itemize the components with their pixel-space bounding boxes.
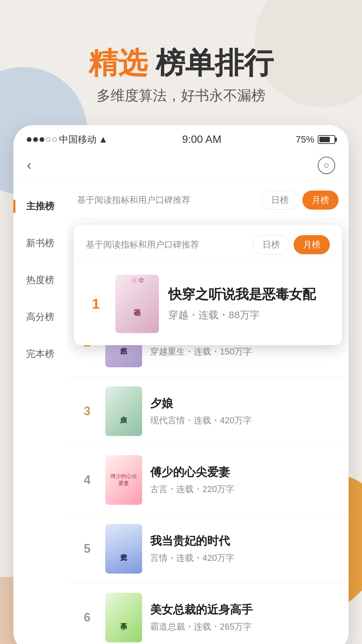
rank-number-6: 6 xyxy=(77,610,97,625)
book-cover-6: 高手 xyxy=(105,593,142,642)
book-meta-4: 古言・连载・220万字 xyxy=(150,483,339,495)
book-info-6: 美女总裁的近身高手 霸道总裁・连载・265万字 xyxy=(150,602,339,633)
book-cover-3: 夕娘 xyxy=(105,386,142,436)
sidebar-item-label: 高分榜 xyxy=(26,312,54,322)
book-meta-3: 现代言情・连载・420万字 xyxy=(150,415,339,426)
rank-number-4: 4 xyxy=(77,473,97,487)
filter-bar: 基于阅读指标和用户口碑推荐 日榜 月榜 xyxy=(67,181,349,219)
book-meta-2: 穿越重生・连载・150万字 xyxy=(150,346,339,358)
sidebar-item-label: 新书榜 xyxy=(26,238,54,248)
phone-card: 中国移动 ▲ 9:00 AM 75% ‹ ○ 主推榜 新书榜 热度榜 xyxy=(13,125,349,644)
book-title-5: 我当贵妃的时代 xyxy=(150,533,339,548)
book-title-6: 美女总裁的近身高手 xyxy=(150,602,339,617)
book-cover-5: 贵妃 xyxy=(105,524,142,574)
floating-rank-item-1[interactable]: 1 🌸✿ 花语 快穿之听说我是恶毒女配 穿越・连载・88万字 xyxy=(74,263,342,345)
book-meta-5: 言情・连载・420万字 xyxy=(150,552,339,564)
header-section: 精选 榜单排行 多维度算法，好书永不漏榜 xyxy=(0,0,362,125)
floating-book-title-1: 快穿之听说我是恶毒女配 xyxy=(168,285,330,303)
main-content: 基于阅读指标和用户口碑推荐 日榜 月榜 1 🌸 花 xyxy=(67,181,349,644)
book-list: 1 🌸 花 快穿之听说我是恶毒女配 穿越・连载・88万字 xyxy=(67,220,349,644)
floating-day-btn[interactable]: 日榜 xyxy=(253,235,290,254)
book-info-4: 傅少的心尖爱妻 古言・连载・220万字 xyxy=(150,465,339,495)
rank-number-5: 5 xyxy=(77,542,97,556)
rank-item-3[interactable]: 3 夕娘 夕娘 现代言情・连载・420万字 xyxy=(67,377,349,446)
book-title-4: 傅少的心尖爱妻 xyxy=(150,465,339,479)
floating-rank-number-1: 1 xyxy=(86,296,106,312)
sidebar-item-label: 主推榜 xyxy=(26,201,54,211)
floating-book-cover-1: 🌸✿ 花语 xyxy=(115,275,159,333)
sidebar: 主推榜 新书榜 热度榜 高分榜 完本榜 xyxy=(13,181,67,644)
sidebar-item-main-rank[interactable]: 主推榜 xyxy=(13,188,67,225)
sidebar-item-high-score[interactable]: 高分榜 xyxy=(13,299,67,335)
title-orange: 精选 xyxy=(88,46,147,79)
floating-featured-card[interactable]: 基于阅读指标和用户口碑推荐 日榜 月榜 1 🌸✿ 花语 xyxy=(74,225,342,345)
featured-rank-container: 1 🌸 花 快穿之听说我是恶毒女配 穿越・连载・88万字 xyxy=(67,220,349,307)
page-subtitle: 多维度算法，好书永不漏榜 xyxy=(0,86,362,105)
back-button[interactable]: ‹ xyxy=(27,158,31,173)
status-time: 9:00 AM xyxy=(182,133,221,146)
month-filter-button[interactable]: 月榜 xyxy=(302,191,339,210)
filter-buttons: 日榜 月榜 xyxy=(261,191,339,210)
sidebar-item-label: 完本榜 xyxy=(26,348,54,359)
content-area: 主推榜 新书榜 热度榜 高分榜 完本榜 基于阅读指标和用户口碑推荐 日榜 xyxy=(13,181,349,644)
search-icon: ○ xyxy=(324,160,329,171)
book-meta-6: 霸道总裁・连载・265万字 xyxy=(150,621,339,633)
day-filter-button[interactable]: 日榜 xyxy=(261,191,298,210)
book-info-5: 我当贵妃的时代 言情・连载・420万字 xyxy=(150,533,339,564)
book-cover-4: 傅少的心尖爱妻 xyxy=(105,455,142,505)
sidebar-item-new-books[interactable]: 新书榜 xyxy=(13,225,67,262)
status-left: 中国移动 ▲ xyxy=(27,133,108,146)
rank-number-3: 3 xyxy=(77,404,97,418)
sidebar-item-complete[interactable]: 完本榜 xyxy=(13,335,67,372)
battery-percent: 75% xyxy=(296,134,314,145)
filter-description: 基于阅读指标和用户口碑推荐 xyxy=(77,194,190,206)
floating-book-meta-1: 穿越・连载・88万字 xyxy=(168,308,330,322)
status-bar: 中国移动 ▲ 9:00 AM 75% xyxy=(13,125,349,151)
floating-filter-bar: 基于阅读指标和用户口碑推荐 日榜 月榜 xyxy=(74,225,342,263)
floating-book-info-1: 快穿之听说我是恶毒女配 穿越・连载・88万字 xyxy=(168,285,330,322)
signal-icon xyxy=(27,137,57,142)
title-dark: 榜单排行 xyxy=(147,46,274,79)
sidebar-item-hot[interactable]: 热度榜 xyxy=(13,262,67,299)
rank-item-5[interactable]: 5 贵妃 我当贵妃的时代 言情・连载・420万字 xyxy=(67,515,349,583)
search-button[interactable]: ○ xyxy=(318,157,335,174)
floating-filter-buttons: 日榜 月榜 xyxy=(253,235,330,254)
book-title-3: 夕娘 xyxy=(150,396,339,411)
sidebar-item-label: 热度榜 xyxy=(26,275,54,285)
rank-item-4[interactable]: 4 傅少的心尖爱妻 傅少的心尖爱妻 古言・连载・220万字 xyxy=(67,446,349,515)
nav-bar: ‹ ○ xyxy=(13,151,349,181)
page-title: 精选 榜单排行 xyxy=(0,47,362,79)
wifi-icon: ▲ xyxy=(99,134,108,145)
rank-item-6[interactable]: 6 高手 美女总裁的近身高手 霸道总裁・连载・265万字 xyxy=(67,583,349,644)
floating-filter-text: 基于阅读指标和用户口碑推荐 xyxy=(86,239,199,251)
carrier-label: 中国移动 xyxy=(59,133,97,146)
battery-icon xyxy=(318,135,335,144)
book-info-3: 夕娘 现代言情・连载・420万字 xyxy=(150,396,339,426)
status-right: 75% xyxy=(296,134,335,145)
floating-month-btn[interactable]: 月榜 xyxy=(294,235,330,254)
